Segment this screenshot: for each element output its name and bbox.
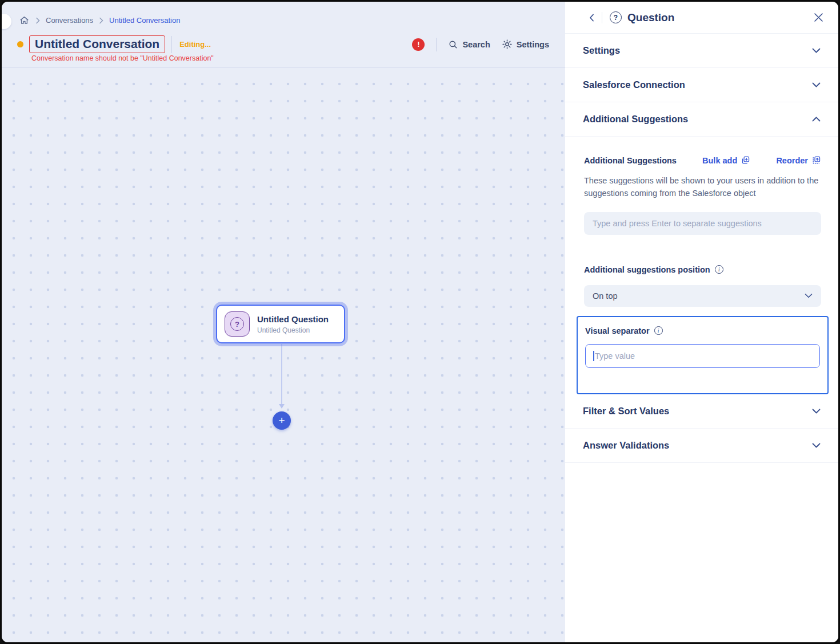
editing-status: Editing...: [179, 40, 211, 49]
panel-empty-area: [565, 463, 838, 643]
visual-separator-label: Visual separator: [585, 326, 650, 335]
section-label: Settings: [583, 45, 620, 56]
chevron-right-icon: [99, 17, 103, 24]
divider: [436, 38, 437, 51]
question-node-text: Untitled Question Untitled Question: [257, 314, 329, 334]
visual-separator-group: Visual separator i: [577, 316, 829, 394]
section-answer-validations[interactable]: Answer Validations: [565, 429, 838, 463]
app-window: Conversations Untitled Conversation Unti…: [2, 2, 838, 642]
chevron-down-icon: [805, 293, 813, 298]
reorder-icon: [811, 155, 821, 165]
node-connector-line: [275, 344, 288, 410]
chevron-down-icon: [812, 443, 821, 448]
error-badge[interactable]: !: [412, 38, 425, 51]
additional-suggestions-header-row: Additional Suggestions Bulk add Reorder: [584, 155, 821, 165]
section-label: Additional Suggestions: [583, 114, 688, 125]
info-icon[interactable]: i: [654, 326, 663, 335]
section-filter-sort-values[interactable]: Filter & Sort Values: [565, 394, 838, 429]
breadcrumb-current[interactable]: Untitled Conversation: [109, 16, 180, 25]
breadcrumb: Conversations Untitled Conversation: [19, 15, 180, 26]
search-label: Search: [462, 40, 490, 49]
reorder-label: Reorder: [776, 156, 808, 165]
reorder-button[interactable]: Reorder: [776, 155, 821, 165]
validation-error-text: Conversation name should not be "Untitle…: [31, 54, 214, 62]
position-select-value: On top: [593, 291, 618, 301]
bulk-add-label: Bulk add: [702, 156, 737, 165]
question-type-icon: ?: [610, 11, 622, 23]
divider: [171, 36, 172, 53]
settings-label: Settings: [517, 40, 549, 49]
suggestions-input[interactable]: [584, 212, 821, 235]
canvas-header: Conversations Untitled Conversation Unti…: [2, 2, 565, 68]
visual-separator-input-wrap: [585, 344, 820, 368]
window-frame: Conversations Untitled Conversation Unti…: [0, 0, 840, 644]
position-select[interactable]: On top: [584, 285, 821, 307]
additional-suggestions-label: Additional Suggestions: [584, 156, 677, 165]
canvas-toolbar: ! Search Settings: [412, 38, 549, 51]
section-settings[interactable]: Settings: [565, 34, 838, 68]
additional-suggestions-description: These suggestions will be shown to your …: [584, 175, 821, 200]
breadcrumb-conversations[interactable]: Conversations: [46, 16, 93, 25]
panel-title: Question: [627, 11, 674, 24]
position-label-row: Additional suggestions position i: [584, 265, 821, 274]
chevron-up-icon: [812, 117, 821, 122]
additional-suggestions-content: Additional Suggestions Bulk add Reorder …: [565, 137, 838, 394]
search-icon: [448, 39, 458, 50]
panel-header: ? Question: [565, 2, 838, 34]
chevron-down-icon: [812, 82, 821, 87]
section-label: Filter & Sort Values: [583, 406, 669, 417]
divider: [602, 12, 602, 23]
position-label: Additional suggestions position: [584, 265, 710, 274]
info-icon[interactable]: i: [715, 265, 723, 274]
unsaved-status-dot: [17, 41, 23, 47]
text-cursor: [593, 351, 594, 361]
back-button[interactable]: [589, 14, 594, 22]
search-button[interactable]: Search: [448, 39, 490, 50]
question-mark-icon: ?: [230, 317, 244, 331]
question-node-card[interactable]: ? Untitled Question Untitled Question: [216, 305, 345, 343]
flow-canvas[interactable]: Conversations Untitled Conversation Unti…: [2, 2, 565, 642]
gear-icon: [502, 39, 513, 50]
chevron-down-icon: [812, 48, 821, 53]
node-subtitle: Untitled Question: [257, 326, 329, 334]
section-additional-suggestions[interactable]: Additional Suggestions: [565, 102, 838, 137]
close-panel-button[interactable]: [814, 13, 823, 22]
chevron-right-icon: [35, 17, 40, 24]
home-icon[interactable]: [19, 15, 30, 26]
question-node-icon: ?: [225, 311, 250, 337]
bulk-add-button[interactable]: Bulk add: [702, 155, 750, 165]
conversation-title-input[interactable]: Untitled Conversation: [29, 35, 165, 53]
node-title: Untitled Question: [257, 314, 329, 324]
visual-separator-label-row: Visual separator i: [585, 326, 820, 335]
section-label: Answer Validations: [583, 440, 669, 451]
settings-button[interactable]: Settings: [502, 39, 549, 50]
question-settings-panel: ? Question Settings Salesforce Connectio…: [565, 2, 838, 642]
title-bar: Untitled Conversation Editing... ! Searc…: [17, 35, 549, 53]
visual-separator-input[interactable]: [585, 344, 820, 368]
section-salesforce-connection[interactable]: Salesforce Connection: [565, 68, 838, 102]
chevron-down-icon: [812, 409, 821, 414]
add-step-button[interactable]: +: [273, 411, 291, 430]
section-label: Salesforce Connection: [583, 79, 685, 90]
copy-plus-icon: [741, 155, 750, 165]
